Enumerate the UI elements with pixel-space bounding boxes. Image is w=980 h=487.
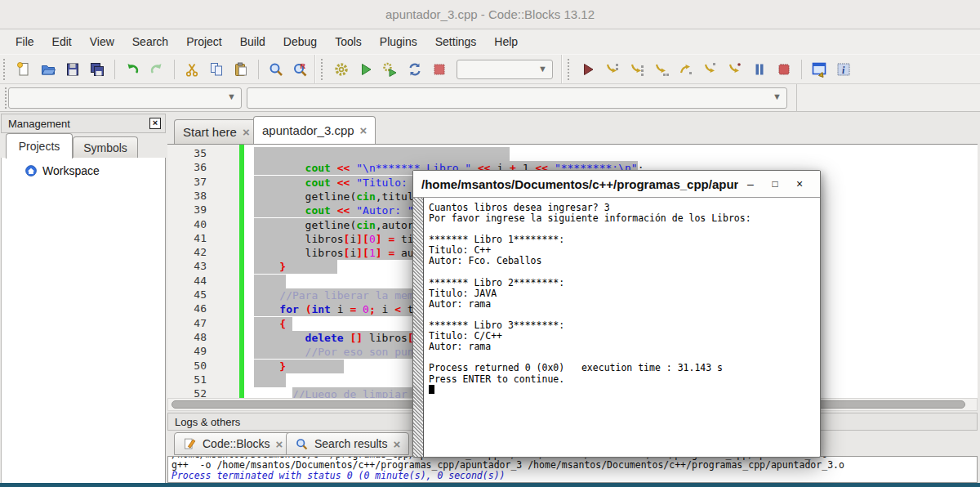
menu-build[interactable]: Build <box>231 29 274 54</box>
close-icon[interactable]: × <box>149 118 161 129</box>
find-button[interactable] <box>265 59 287 80</box>
step-into-button[interactable] <box>651 59 672 80</box>
console-window[interactable]: /home/msantos/Documentos/c++/programas_c… <box>412 170 821 458</box>
editor-tab-label: Start here <box>183 125 237 139</box>
next-instruction-icon <box>702 61 719 78</box>
next-instruction-button[interactable] <box>700 59 721 80</box>
symbol-combo[interactable]: ▼ <box>247 87 787 109</box>
various-info-button[interactable]: i <box>833 59 854 80</box>
code-text: //Por eso son punt <box>254 345 421 359</box>
save-button[interactable] <box>62 59 83 80</box>
paste-button[interactable] <box>230 59 252 80</box>
redo-button[interactable] <box>146 59 167 80</box>
tab-projects[interactable]: Projects <box>6 133 73 159</box>
replace-button[interactable]: R <box>290 59 311 80</box>
close-icon[interactable]: × <box>243 126 250 138</box>
console-titlebar[interactable]: /home/msantos/Documentos/c++/programas_c… <box>413 171 820 198</box>
stop-debugger-button[interactable] <box>773 59 795 80</box>
minimize-icon[interactable]: – <box>738 177 763 190</box>
menu-file[interactable]: File <box>7 29 43 54</box>
undo-icon <box>124 61 140 78</box>
menu-debug[interactable]: Debug <box>274 29 326 54</box>
projects-tree[interactable]: Workspace <box>1 158 166 483</box>
menu-help[interactable]: Help <box>485 29 527 54</box>
next-line-icon <box>629 61 645 78</box>
line-number: 41 <box>174 232 207 244</box>
editor-tab-start-here[interactable]: Start here× <box>174 119 259 144</box>
debug-continue-button[interactable] <box>577 59 599 80</box>
menu-edit[interactable]: Edit <box>43 29 81 54</box>
logs-tab-label: Search results <box>314 437 387 450</box>
open-file-button[interactable] <box>38 59 59 80</box>
toolbar-group-file: R <box>11 59 313 80</box>
run-to-cursor-button[interactable] <box>602 59 623 80</box>
build-and-run-button[interactable] <box>380 59 401 80</box>
break-debugger-button[interactable] <box>749 59 770 80</box>
line-number: 47 <box>174 317 207 329</box>
cut-button[interactable] <box>181 59 203 80</box>
step-out-button[interactable] <box>675 59 697 80</box>
tab-symbols[interactable]: Symbols <box>73 136 138 159</box>
logs-tab-search-results[interactable]: Search results× <box>286 432 409 455</box>
line-number: 48 <box>174 331 207 343</box>
close-icon[interactable]: × <box>275 438 283 450</box>
svg-text:R: R <box>301 62 306 70</box>
toolbar-gripper[interactable] <box>321 59 327 80</box>
line-number: 42 <box>174 246 207 258</box>
menu-tools[interactable]: Tools <box>326 29 371 54</box>
toolbar-group-compiler <box>329 59 452 80</box>
build-target-combo[interactable]: ▼ <box>457 60 553 79</box>
console-scrollbar[interactable] <box>413 198 424 457</box>
menu-view[interactable]: View <box>81 29 123 54</box>
maximize-icon[interactable]: □ <box>763 178 787 190</box>
debugging-windows-button[interactable] <box>808 59 830 80</box>
rebuild-icon <box>407 61 423 78</box>
close-icon[interactable]: × <box>787 177 812 190</box>
selection-highlight <box>254 147 510 161</box>
console-line: Autor: Fco. Ceballos <box>429 256 751 266</box>
rebuild-button[interactable] <box>404 59 425 80</box>
abort-button[interactable] <box>429 59 450 80</box>
run-icon <box>358 61 374 78</box>
code-line <box>244 147 978 162</box>
menu-settings[interactable]: Settings <box>426 29 486 54</box>
console-line: Titulo: JAVA <box>429 288 751 299</box>
toolbar-gripper[interactable] <box>3 59 9 80</box>
step-out-icon <box>678 61 694 78</box>
logs-tab-code-blocks[interactable]: Code::Blocks× <box>174 432 292 455</box>
line-number: 46 <box>174 302 207 315</box>
management-panel-header: Management × <box>1 114 166 133</box>
window-title: apuntador_3.cpp - Code::Blocks 13.12 <box>0 0 980 29</box>
build-button[interactable] <box>331 59 352 80</box>
next-line-button[interactable] <box>626 59 648 80</box>
build-log-content[interactable]: /home/msantos/Documentos/c++/programas_c… <box>167 456 978 483</box>
tree-item-workspace[interactable]: Workspace <box>2 158 165 177</box>
console-body[interactable]: Cuantos libros desea ingresar? 3Por favo… <box>413 198 820 457</box>
menu-plugins[interactable]: Plugins <box>371 29 426 54</box>
scope-combo[interactable]: ▼ <box>8 87 242 109</box>
toolbar-separator <box>258 60 259 79</box>
save-all-button[interactable] <box>87 59 108 80</box>
line-number: 38 <box>174 190 207 202</box>
editor-tab-bar: Start here×apuntador_3.cpp× <box>167 114 978 145</box>
break-debugger-icon <box>751 61 768 78</box>
window-titlebar[interactable]: apuntador_3.cpp - Code::Blocks 13.12 <box>0 0 980 29</box>
step-into-instruction-button[interactable] <box>724 59 746 80</box>
line-number: 51 <box>174 373 207 386</box>
line-number: 50 <box>174 360 207 372</box>
console-line <box>429 267 751 278</box>
toolbar-gripper[interactable] <box>568 59 573 80</box>
menu-project[interactable]: Project <box>177 29 231 54</box>
code-text: //Para liberar la mem <box>254 288 414 302</box>
copy-button[interactable] <box>206 59 227 80</box>
new-file-button[interactable] <box>13 59 34 80</box>
run-button[interactable] <box>355 59 376 80</box>
editor-tab-apuntador-3-cpp[interactable]: apuntador_3.cpp× <box>253 116 376 144</box>
console-line: Process returned 0 (0x0) execution time … <box>429 363 751 373</box>
menu-search[interactable]: Search <box>123 29 177 54</box>
close-icon[interactable]: × <box>360 124 368 136</box>
undo-button[interactable] <box>122 59 143 80</box>
toolbar-separator <box>801 60 802 79</box>
close-icon[interactable]: × <box>393 438 400 450</box>
console-output: Cuantos libros desea ingresar? 3Por favo… <box>429 203 751 395</box>
